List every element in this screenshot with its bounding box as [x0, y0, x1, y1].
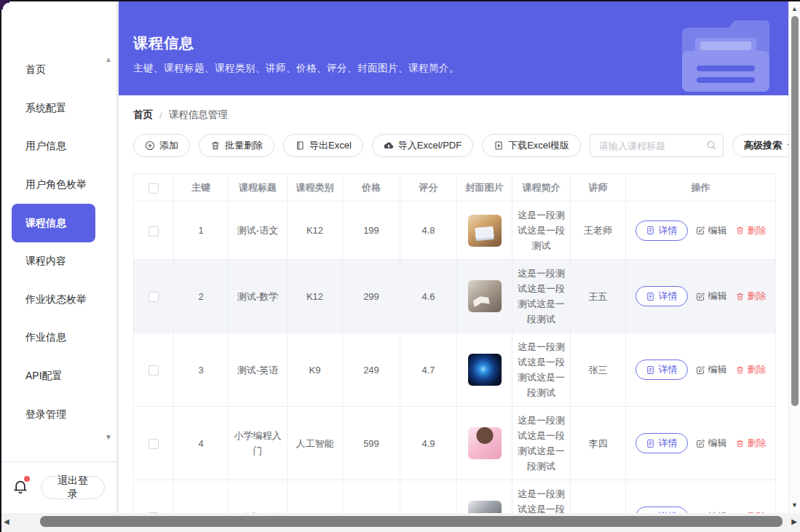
cell-intro: 这是一段测试这是一段测试这是一段测试 — [512, 407, 571, 480]
detail-button[interactable]: 详情 — [635, 507, 688, 513]
edit-pencil-icon — [696, 226, 705, 235]
detail-button[interactable]: 详情 — [635, 433, 688, 453]
cell-category: K12 — [288, 260, 343, 333]
table-row: 3测试-英语K92494.7这是一段测试这是一段测试这是一段测试张三详情编辑删除 — [134, 333, 776, 407]
advanced-search-button[interactable]: 高级搜索 — [732, 134, 788, 157]
column-header: 讲师 — [571, 174, 626, 202]
edit-button[interactable]: 编辑 — [696, 363, 727, 376]
detail-button[interactable]: 详情 — [635, 360, 688, 380]
table-header-row: 主键 课程标题 课程类别 价格 评分 封面图片 课程简介 讲师 操作 — [134, 174, 776, 202]
cover-image — [468, 354, 502, 386]
cell-price: 299 — [343, 260, 400, 333]
cell-teacher: 王五 — [571, 480, 626, 514]
search-input[interactable] — [590, 134, 724, 157]
column-header: 课程类别 — [288, 174, 343, 202]
delete-button[interactable]: 删除 — [735, 363, 767, 376]
cell-rating: 4.9 — [400, 407, 457, 480]
select-all-checkbox[interactable] — [148, 183, 159, 194]
cover-image — [468, 427, 502, 459]
add-button[interactable]: 添加 — [133, 134, 190, 157]
toolbar: 添加 批量删除 导出Excel 导入Excel/PDF 下载Excel模版 — [133, 134, 774, 157]
column-header: 课程标题 — [229, 174, 288, 202]
sidebar-item[interactable]: 用户信息 — [0, 127, 116, 166]
header-checkbox-cell — [134, 174, 174, 202]
main-panel: 课程信息 主键、课程标题、课程类别、讲师、价格、评分、封面图片、课程简介。 首页… — [119, 1, 788, 513]
export-excel-button[interactable]: 导出Excel — [283, 134, 363, 157]
edit-button[interactable]: 编辑 — [696, 290, 727, 303]
cell-id: 5 — [174, 480, 229, 514]
vertical-scrollbar[interactable]: ▲ ▼ — [788, 1, 800, 513]
cell-title: 小学编程入门 — [229, 407, 288, 480]
cell-teacher: 李四 — [571, 407, 626, 480]
import-excel-button[interactable]: 导入Excel/PDF — [372, 134, 473, 157]
cover-image — [468, 215, 502, 247]
breadcrumb-home[interactable]: 首页 — [133, 108, 153, 122]
notebook-icon — [295, 140, 305, 151]
sidebar-item[interactable]: 系统配置 — [0, 90, 116, 128]
delete-button[interactable]: 删除 — [735, 224, 767, 237]
cell-teacher: 张三 — [571, 333, 626, 407]
sidebar-item[interactable]: API配置 — [0, 357, 116, 396]
vertical-scrollbar-thumb[interactable] — [791, 16, 799, 406]
course-table: 主键 课程标题 课程类别 价格 评分 封面图片 课程简介 讲师 操作 1测试-语… — [133, 173, 774, 513]
detail-doc-icon — [646, 292, 655, 301]
delete-button[interactable]: 删除 — [735, 290, 767, 303]
notification-bell-icon[interactable] — [12, 478, 29, 497]
search-icon[interactable] — [706, 140, 717, 151]
delete-trash-icon — [735, 439, 745, 448]
scroll-down-arrow-icon[interactable]: ▼ — [789, 501, 800, 509]
logout-button[interactable]: 退出登录 — [41, 476, 105, 499]
edit-pencil-icon — [696, 365, 705, 375]
edit-pencil-icon — [696, 292, 705, 301]
notification-badge — [24, 476, 30, 482]
detail-button[interactable]: 详情 — [635, 221, 688, 241]
plus-circle-icon — [145, 140, 155, 151]
sidebar-scroll-down-icon[interactable]: ▼ — [105, 433, 112, 441]
sidebar-item[interactable]: 课程内容 — [0, 242, 116, 281]
cell-price: 350 — [343, 480, 400, 514]
detail-button[interactable]: 详情 — [635, 286, 688, 306]
row-checkbox[interactable] — [148, 226, 159, 237]
delete-button[interactable]: 删除 — [735, 437, 767, 450]
edit-button[interactable]: 编辑 — [696, 224, 727, 237]
row-checkbox[interactable] — [148, 292, 159, 302]
cell-price: 249 — [343, 333, 400, 407]
scroll-left-arrow-icon[interactable]: ◀ — [4, 517, 9, 525]
cell-rating: 4.8 — [400, 202, 457, 260]
delete-trash-icon — [735, 365, 745, 375]
table-row: 5测试-政治K93504.5这是一段测试这是一段测试这是一段测试王五详情编辑删除 — [134, 480, 776, 514]
cell-id: 4 — [174, 407, 229, 480]
row-checkbox[interactable] — [148, 365, 159, 376]
cell-rating: 4.7 — [400, 333, 457, 407]
document-download-icon — [494, 140, 504, 151]
trash-icon — [210, 140, 221, 151]
cloud-upload-icon — [384, 140, 394, 151]
scroll-up-arrow-icon[interactable]: ▲ — [789, 5, 800, 12]
row-checkbox[interactable] — [148, 439, 159, 449]
sidebar-item[interactable]: 作业状态枚举 — [0, 281, 116, 319]
horizontal-scrollbar-thumb[interactable] — [40, 516, 783, 527]
sidebar-nav: 首页系统配置用户信息用户角色枚举课程信息课程内容作业状态枚举作业信息API配置登… — [0, 51, 116, 434]
sidebar-item[interactable]: 课程信息 — [12, 204, 95, 242]
cell-rating: 4.5 — [400, 480, 457, 514]
cell-id: 3 — [174, 333, 229, 407]
horizontal-scrollbar[interactable]: ◀ ▶ — [0, 513, 800, 532]
edit-button[interactable]: 编辑 — [696, 437, 727, 450]
sidebar-item[interactable]: 用户角色枚举 — [0, 166, 116, 205]
batch-delete-button[interactable]: 批量删除 — [199, 134, 274, 157]
table-row: 4小学编程入门人工智能5994.9这是一段测试这是一段测试这是一段测试李四详情编… — [134, 407, 776, 480]
scroll-right-arrow-icon[interactable]: ▶ — [791, 517, 797, 525]
column-header: 评分 — [400, 174, 457, 202]
column-header: 主键 — [174, 174, 229, 202]
cover-image — [468, 501, 502, 513]
download-template-button[interactable]: 下载Excel模版 — [482, 134, 581, 157]
folder-illustration-icon — [675, 19, 777, 95]
cell-title: 测试-政治 — [229, 480, 288, 514]
cell-intro: 这是一段测试这是一段测试 — [512, 202, 571, 260]
detail-doc-icon — [646, 439, 655, 448]
sidebar-item[interactable]: 登录管理 — [0, 395, 116, 434]
cell-teacher: 王五 — [571, 260, 626, 333]
sidebar-item[interactable]: 首页 — [0, 51, 116, 90]
sidebar-item[interactable]: 作业信息 — [0, 319, 116, 357]
cover-image — [468, 280, 502, 312]
